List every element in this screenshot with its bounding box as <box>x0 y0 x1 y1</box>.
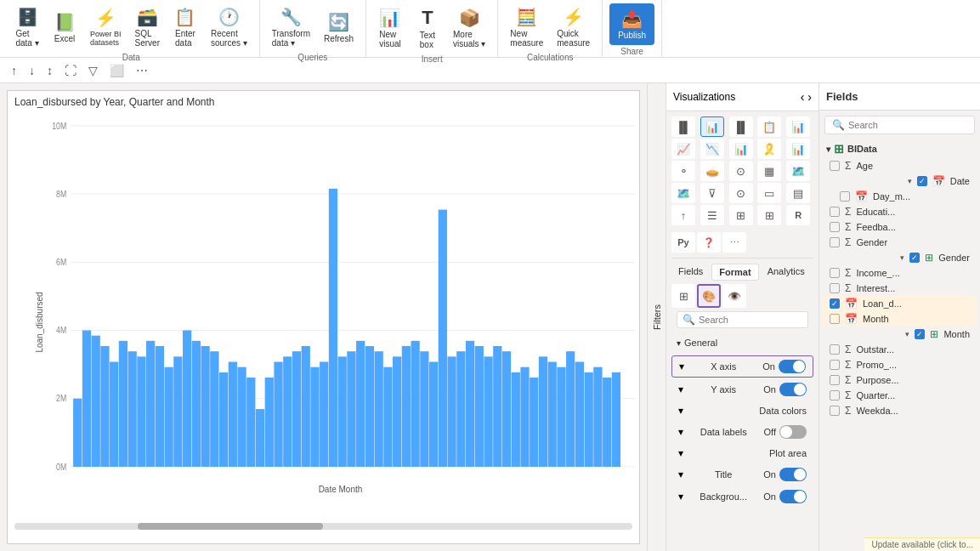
more-visuals-button[interactable]: 📦 Morevisuals ▾ <box>448 4 490 52</box>
viz-python[interactable]: Py <box>671 232 695 253</box>
interest-checkbox[interactable] <box>830 283 840 293</box>
viz-panel-back-button[interactable]: ‹ <box>801 90 805 104</box>
month-group-checkbox[interactable]: ✓ <box>915 329 925 339</box>
education-checkbox[interactable] <box>830 207 840 217</box>
viz-stacked-bar-100[interactable]: ▐▌ <box>729 116 753 137</box>
purpose-checkbox[interactable] <box>830 375 840 385</box>
field-item-loan[interactable]: ✓ 📅 Loan_d... <box>823 296 977 311</box>
field-item-date[interactable]: ▾ ✓ 📅 Date <box>823 173 977 189</box>
field-item-feedback[interactable]: Σ Feedba... <box>823 219 977 235</box>
horizontal-scrollbar[interactable] <box>14 523 632 530</box>
toolbar-visual-button[interactable]: ⬜ <box>105 61 128 80</box>
recent-sources-button[interactable]: 🕐 Recentsources ▾ <box>206 3 252 51</box>
feedback-checkbox[interactable] <box>830 222 840 232</box>
viz-line[interactable]: 📈 <box>671 139 695 159</box>
filters-panel[interactable]: Filters <box>647 83 666 551</box>
format-extra-icon[interactable]: 👁️ <box>722 284 746 308</box>
background-toggle-track[interactable] <box>779 490 807 503</box>
text-box-button[interactable]: T Textbox <box>411 3 445 53</box>
filters-label[interactable]: Filters <box>650 298 664 337</box>
viz-scatter[interactable]: ⚬ <box>671 161 695 181</box>
update-bar[interactable]: Update available (click to... <box>864 537 980 551</box>
publish-button[interactable]: 📤 Publish <box>609 3 654 45</box>
field-item-weekday[interactable]: Σ Weekda... <box>823 403 977 418</box>
refresh-button[interactable]: 🔄 Refresh <box>319 9 359 47</box>
viz-map[interactable]: 🗺️ <box>786 161 810 181</box>
field-item-month[interactable]: 📅 Month <box>823 311 977 327</box>
viz-card[interactable]: ▭ <box>757 183 781 203</box>
y-axis-toggle[interactable]: On <box>763 383 807 396</box>
field-item-outstar[interactable]: Σ Outstar... <box>823 342 977 357</box>
loan-checkbox[interactable]: ✓ <box>830 298 840 309</box>
background-toggle[interactable]: On <box>763 490 807 503</box>
viz-kpi[interactable]: ↑ <box>671 205 695 225</box>
format-visual-icon[interactable]: 🎨 <box>697 284 721 308</box>
viz-stacked-col[interactable]: 📊 <box>786 116 810 137</box>
title-toggle[interactable]: On <box>763 468 807 481</box>
format-general-header[interactable]: ▾ General <box>677 335 808 350</box>
bidata-group-header[interactable]: ▾ ⊞ BIData <box>823 139 977 158</box>
viz-stacked-bar[interactable]: ▐▌ <box>671 116 695 137</box>
viz-area[interactable]: 📉 <box>700 139 724 159</box>
analytics-tab[interactable]: Analytics <box>761 264 812 281</box>
viz-clustered-bar[interactable]: 📊 <box>700 116 724 137</box>
month-checkbox[interactable] <box>830 314 840 324</box>
format-tab[interactable]: Format <box>711 264 758 281</box>
get-data-button[interactable]: 🗄️ Getdata ▾ <box>10 3 44 51</box>
title-toggle-track[interactable] <box>779 468 807 481</box>
field-item-promo[interactable]: Σ Promo_... <box>823 357 977 372</box>
viz-multirow-card[interactable]: ▤ <box>786 183 810 203</box>
format-search-input[interactable] <box>699 315 802 325</box>
toolbar-more-button[interactable]: ⋯ <box>132 61 152 80</box>
viz-bar-chart[interactable]: 📋 <box>757 116 781 137</box>
x-axis-toggle-track[interactable] <box>779 360 806 373</box>
viz-waterfall[interactable]: 📊 <box>786 139 810 159</box>
income-checkbox[interactable] <box>830 268 840 278</box>
quick-measure-button[interactable]: ⚡ Quickmeasure <box>552 3 595 51</box>
excel-button[interactable]: 📗 Excel <box>48 9 82 47</box>
new-visual-button[interactable]: 📊 Newvisual <box>373 4 407 52</box>
format-general-icon[interactable]: ⊞ <box>671 284 695 308</box>
toolbar-up-button[interactable]: ↑ <box>7 61 21 80</box>
viz-donut[interactable]: ⊙ <box>729 161 753 181</box>
fields-search-box[interactable]: 🔍 <box>824 116 975 134</box>
field-item-gender-group[interactable]: ▾ ✓ ⊞ Gender <box>823 250 977 265</box>
new-measure-button[interactable]: 🧮 Newmeasure <box>505 3 548 51</box>
gender-group-checkbox[interactable]: ✓ <box>909 253 920 263</box>
viz-matrix[interactable]: ⊞ <box>757 205 781 225</box>
field-item-income[interactable]: Σ Income_... <box>823 265 977 281</box>
viz-ribbon[interactable]: 🎗️ <box>757 139 781 159</box>
quarter-checkbox[interactable] <box>830 390 840 400</box>
viz-gauge[interactable]: ⊙ <box>729 183 753 203</box>
data-labels-toggle-track[interactable] <box>779 425 807 439</box>
field-item-purpose[interactable]: Σ Purpose... <box>823 372 977 388</box>
viz-funnel[interactable]: ⊽ <box>700 183 724 203</box>
field-item-gender[interactable]: Σ Gender <box>823 235 977 250</box>
viz-r[interactable]: R <box>786 205 810 225</box>
field-item-month-group[interactable]: ▾ ✓ ⊞ Month <box>823 327 977 342</box>
viz-filled-map[interactable]: 🗺️ <box>671 183 695 203</box>
field-item-age[interactable]: Σ Age <box>823 158 977 173</box>
day-checkbox[interactable] <box>840 191 850 202</box>
promo-checkbox[interactable] <box>830 360 840 370</box>
viz-more[interactable]: ⋯ <box>722 232 746 253</box>
power-bi-datasets-button[interactable]: ⚡ Power BIdatasets <box>85 4 127 50</box>
age-checkbox[interactable] <box>830 161 840 171</box>
viz-table[interactable]: ⊞ <box>729 205 753 225</box>
toolbar-sort-button[interactable]: ↕ <box>42 61 57 80</box>
data-labels-toggle[interactable]: Off <box>764 425 807 439</box>
transform-data-button[interactable]: 🔧 Transformdata ▾ <box>267 3 315 51</box>
outstar-checkbox[interactable] <box>830 344 840 355</box>
enter-data-button[interactable]: 📋 Enterdata <box>168 3 202 51</box>
viz-panel-forward-button[interactable]: › <box>807 90 812 104</box>
fields-search-input[interactable] <box>848 120 967 130</box>
field-item-interest[interactable]: Σ Interest... <box>823 281 977 296</box>
y-axis-toggle-track[interactable] <box>779 383 807 396</box>
sql-server-button[interactable]: 🗃️ SQLServer <box>130 3 165 51</box>
x-axis-toggle[interactable]: On <box>762 360 806 373</box>
viz-treemap[interactable]: ▦ <box>757 161 781 181</box>
fields-tab[interactable]: Fields <box>671 264 710 281</box>
viz-qna[interactable]: ❓ <box>697 232 721 253</box>
viz-slicer[interactable]: ☰ <box>700 205 724 225</box>
toolbar-expand-button[interactable]: ⛶ <box>60 61 81 80</box>
